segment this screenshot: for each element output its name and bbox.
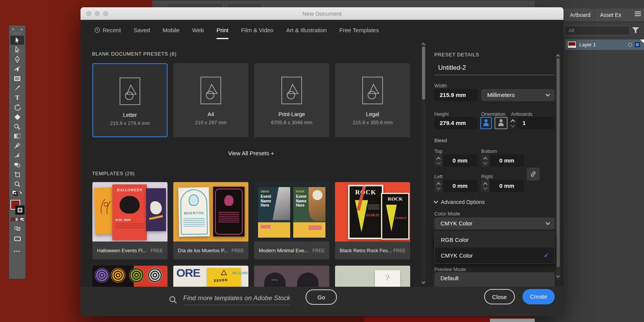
width-input[interactable]: 215.9 mm [434,89,477,101]
bleed-left-stepper[interactable]: 0 mm [434,180,477,192]
layer-row[interactable]: Layer 1 [565,39,644,50]
color-mode-select[interactable]: CMYK Color [434,217,555,230]
stroke-color-swatch[interactable] [15,205,25,215]
zoom-tool[interactable] [10,179,24,189]
advanced-options-toggle[interactable]: Advanced Options [434,199,485,205]
main-scrollbar[interactable] [421,41,426,286]
stepper-down-icon[interactable] [511,123,515,127]
close-button[interactable]: Close [484,289,515,304]
new-document-dialog: New Document Recent Saved Mobile Web Pri… [80,7,564,316]
layer-selection-indicator[interactable] [635,43,639,47]
selection-tool[interactable] [10,36,24,45]
bleed-top-stepper[interactable]: 0 mm [434,154,477,167]
orientation-landscape-button[interactable] [495,117,508,129]
gradient-swatch[interactable] [15,218,20,221]
layer-thumbnail[interactable] [568,41,576,48]
tools-grip-handle[interactable] [13,33,21,34]
template-card-halloween[interactable]: HALLOWEEN N.30. 2029 Halloween Events Fl… [92,182,168,260]
rotate-tool[interactable] [10,103,24,112]
option-rgb-color[interactable]: RGB Color [435,232,554,248]
view-all-presets-link[interactable]: View All Presets + [80,150,422,156]
template-card-muertos[interactable]: MUERTOS Día de los Muertos P... FREE [173,182,248,260]
tools-expand-icon[interactable]: » [20,27,23,31]
drawing-modes-button[interactable] [10,223,24,233]
template-card-modern-minimal[interactable]: 25/XX Event Name Here 07/XX Event Name H… [254,182,329,260]
preset-card-a4[interactable]: A4 210 x 297 mm [173,63,248,137]
fill-stroke-control[interactable] [10,200,25,216]
tab-free-templates[interactable]: Free Templates [339,20,379,40]
layer-target-icon[interactable] [628,43,632,47]
none-swatch[interactable] [20,218,24,221]
tab-saved[interactable]: Saved [134,20,150,40]
tab-artboards[interactable]: Artboard [565,8,595,22]
stock-search-field[interactable]: Find more templates on Adobe Stock [169,294,290,305]
template-name: Halloween Events Fl... [97,248,151,253]
template-card-rock[interactable]: ROCK 23.08.27 ROCK 23.08.27 Bl [335,182,410,260]
more-tools-button[interactable]: ••• [10,246,24,256]
eraser-tool[interactable] [10,112,24,122]
filter-funnel-icon[interactable] [632,27,639,34]
artboards-stepper[interactable] [510,117,516,129]
artwork-red-strip [364,317,490,322]
color-mode-label: Color Mode [434,211,460,217]
preview-mode-select[interactable]: Default [434,272,555,287]
color-mode-swatches[interactable] [9,218,25,221]
units-select[interactable]: Millimeters [481,89,555,101]
layer-name[interactable]: Layer 1 [579,42,628,48]
layers-filter-input[interactable]: All [565,26,630,35]
tab-art-illustration[interactable]: Art & Illustration [286,20,327,40]
template-card-partial[interactable]: ORE EEKEN 06-12.202 [173,266,248,287]
preset-card-legal[interactable]: Legal 215.9 x 355.6 mm [335,63,410,137]
panel-scrollbar[interactable] [556,53,560,279]
scroll-down-icon[interactable] [422,280,426,284]
tab-recent[interactable]: Recent [94,20,121,40]
scroll-down-icon[interactable] [556,274,560,278]
orientation-label: Orientation [481,111,506,117]
paintbrush-tool[interactable] [10,84,24,93]
direct-selection-tool[interactable] [10,45,24,54]
search-icon [169,296,177,304]
curvature-tool[interactable] [10,64,24,74]
option-cmyk-color[interactable]: CMYK Color ✓ [435,248,554,263]
panel-menu-icon[interactable] [635,12,641,16]
tab-web[interactable]: Web [192,20,204,40]
symbol-sprayer-tool[interactable] [10,160,24,169]
link-bleed-values-button[interactable] [527,168,540,181]
tools-close-icon[interactable]: × [12,27,14,31]
shape-builder-tool[interactable] [10,122,24,131]
artboard-tool[interactable] [10,170,24,179]
scroll-up-icon[interactable] [556,54,560,58]
bleed-right-stepper[interactable]: 0 mm [481,180,524,192]
rectangle-tool[interactable] [10,74,24,83]
template-name: Black Retro Rock Fes... [340,248,393,253]
tab-mobile[interactable]: Mobile [163,20,179,40]
tab-asset-export[interactable]: Asset Ex [595,8,626,22]
swap-fill-stroke-icon[interactable] [10,189,24,198]
go-button[interactable]: Go [306,289,337,305]
preset-card-letter[interactable]: Letter 215.9 x 279.4 mm [92,63,168,137]
height-input[interactable]: 279.4 mm [434,117,477,129]
create-button[interactable]: Create [522,289,555,304]
eyedropper-tool[interactable] [10,141,24,150]
tab-print[interactable]: Print [217,20,228,40]
main-scrollbar-thumb[interactable] [422,46,425,100]
template-card-partial[interactable] [335,266,410,287]
dialog-titlebar[interactable]: New Document [80,7,564,20]
document-name-input[interactable]: Untitled-2 [438,64,466,72]
bleed-bottom-stepper[interactable]: 0 mm [481,154,524,167]
screen-mode-button[interactable] [10,234,24,243]
color-swatch[interactable] [11,218,15,221]
scroll-up-icon[interactable] [422,43,426,47]
tab-film-video[interactable]: Film & Video [241,20,274,40]
search-placeholder[interactable]: Find more templates on Adobe Stock [183,294,290,305]
template-card-partial[interactable]: BASIL [254,266,329,287]
pen-tool[interactable] [10,55,24,64]
panel-scrollbar-thumb[interactable] [557,58,560,267]
preset-card-print-large[interactable]: Print-Large 6705.6 x 3048 mm [254,63,329,137]
artboards-input[interactable]: 1 [517,117,555,129]
orientation-portrait-button[interactable] [480,117,492,129]
gradient-tool[interactable] [10,131,24,141]
type-tool[interactable]: T [10,93,24,102]
template-card-partial[interactable] [92,266,168,287]
blend-tool[interactable] [10,151,24,160]
